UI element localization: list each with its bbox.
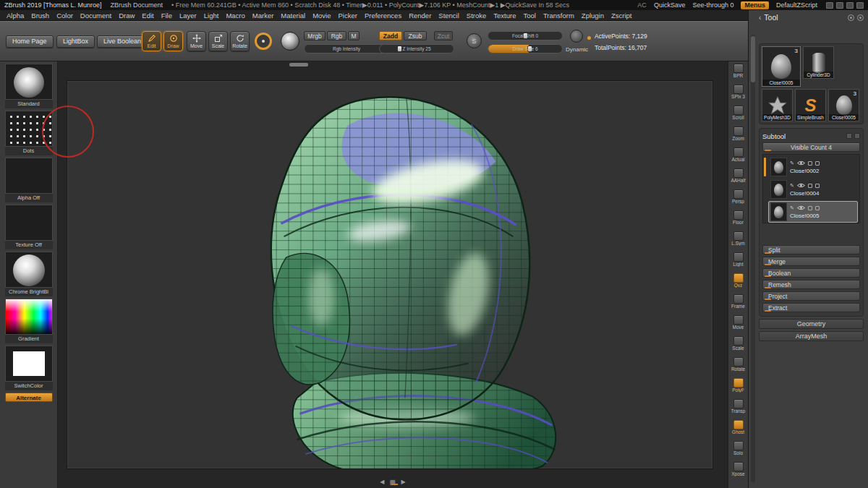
paintbrush-icon[interactable]: ✎ <box>790 183 794 189</box>
slider-knob[interactable] <box>397 46 402 52</box>
tray-thumbnail[interactable] <box>5 299 53 335</box>
menu-item[interactable]: Zscript <box>608 12 636 20</box>
subtool-list-item[interactable]: ✎ Close!0004 <box>768 179 858 200</box>
shelf-toggle-button[interactable]: Frame <box>728 294 749 315</box>
monitor-icon[interactable] <box>846 2 854 9</box>
menu-item[interactable]: Zplugin <box>578 12 608 20</box>
palette-section-header[interactable]: ArrayMesh <box>759 331 864 341</box>
z-intensity-slider[interactable]: Z Intensity 25 <box>379 44 454 53</box>
subtool-list-item[interactable]: ✎ Close!0002 <box>768 156 858 178</box>
uv-icon[interactable] <box>815 184 820 188</box>
tray-thumbnail[interactable] <box>5 158 53 194</box>
tray-thumbnail[interactable] <box>5 205 53 241</box>
rotate-button[interactable]: Rotate <box>230 31 250 51</box>
panel-scrollbar[interactable] <box>751 35 755 482</box>
rgb-intensity-slider[interactable]: Rgb Intensity <box>304 44 389 53</box>
shelf-toggle-button[interactable]: Scale <box>728 336 749 357</box>
shelf-toggle-button[interactable]: Floor <box>728 210 749 231</box>
shelf-toggle-button[interactable]: Scroll <box>728 106 749 127</box>
m-button[interactable]: M <box>348 31 359 40</box>
polypaint-icon[interactable] <box>808 206 812 210</box>
tray-item[interactable]: Texture Off <box>5 205 53 249</box>
subsection-bar[interactable]: Boolean <box>762 268 860 278</box>
viewport-canvas[interactable]: ◀ ▶ <box>58 61 728 488</box>
shelf-toggle-button[interactable]: Xpose <box>728 462 749 483</box>
menu-item[interactable]: Stencil <box>435 12 463 20</box>
menu-item[interactable]: File <box>158 12 176 20</box>
subtool-expand-icon[interactable] <box>854 133 860 139</box>
menu-item[interactable]: Picker <box>335 12 361 20</box>
menu-item[interactable]: Brush <box>27 12 53 20</box>
titlebar-button[interactable]: See-through 0 <box>692 1 733 9</box>
canvas-nav-arrows[interactable]: ◀ ▶ <box>380 477 405 486</box>
uv-icon[interactable] <box>815 161 820 166</box>
shelf-toggle-button[interactable]: AAHalf <box>728 168 749 189</box>
shelf-toggle-button[interactable]: Actual <box>728 147 749 168</box>
eye-visibility-icon[interactable] <box>797 205 805 210</box>
tool-thumbnail[interactable]: S Cylinder3D <box>803 46 834 79</box>
subsection-bar[interactable]: Project <box>762 291 860 301</box>
shelf-toggle-button[interactable]: PolyF <box>728 378 749 399</box>
subtool-header[interactable]: Subtool <box>762 132 860 140</box>
tray-thumbnail[interactable] <box>5 64 53 100</box>
eye-visibility-icon[interactable] <box>797 160 805 166</box>
titlebar-button[interactable]: QuickSave <box>654 1 686 9</box>
menu-item[interactable]: Material <box>277 12 309 20</box>
palette-history-icon[interactable] <box>848 14 854 21</box>
material-sphere-icon[interactable] <box>281 32 299 51</box>
scroll-left-icon[interactable]: ◀ <box>380 479 384 485</box>
edit-button[interactable]: Edit <box>142 31 161 51</box>
titlebar-button[interactable]: AC <box>637 1 647 9</box>
menu-item[interactable]: Stroke <box>463 12 490 20</box>
uv-icon[interactable] <box>815 206 820 210</box>
tray-item[interactable]: Alpha Off <box>5 158 53 202</box>
menu-item[interactable]: Tool <box>519 12 539 20</box>
menu-item[interactable]: Color <box>53 12 77 20</box>
tray-item[interactable]: Standard <box>5 64 53 108</box>
menu-item[interactable]: Layer <box>176 12 200 20</box>
expand-icon[interactable] <box>856 2 864 9</box>
tray-thumbnail[interactable] <box>5 252 53 288</box>
palette-menu-icon[interactable] <box>857 14 864 21</box>
focal-shift-slider[interactable]: Focal Shift 0 <box>488 31 563 40</box>
menu-item[interactable]: Macro <box>222 12 248 20</box>
canvas-scrollbar-horizontal[interactable] <box>289 63 308 67</box>
tray-item[interactable]: Gradient <box>5 299 53 343</box>
menu-item[interactable]: Render <box>405 12 435 20</box>
lightbox-button[interactable]: LightBox <box>56 35 95 48</box>
panel-scrollbar-thumb[interactable] <box>751 36 755 82</box>
tool-thumbnail[interactable]: S SimpleBrush <box>795 89 826 121</box>
shelf-toggle-button[interactable]: Transp <box>728 399 749 420</box>
zsub-button[interactable]: Zsub <box>404 31 427 40</box>
tool-thumbnail[interactable]: S PolyMesh3D <box>762 89 793 121</box>
menu-item[interactable]: Marker <box>249 12 278 20</box>
shelf-toggle-button[interactable]: Move <box>728 315 749 336</box>
menu-item[interactable]: Light <box>200 12 223 20</box>
subsection-bar[interactable]: Split <box>762 245 860 254</box>
home-page-button[interactable]: Home Page <box>6 35 54 48</box>
visible-count-button[interactable]: Visible Count 4 <box>762 142 860 152</box>
paintbrush-icon[interactable]: ✎ <box>790 205 794 211</box>
draw-button[interactable]: Draw <box>163 31 183 51</box>
subtool-list-item[interactable]: ✎ Close!0005 <box>768 201 858 223</box>
draw-size-slider[interactable]: Draw Size 6 <box>488 44 563 53</box>
dynamic-dial-icon[interactable] <box>570 30 583 43</box>
helmet-3d-model[interactable] <box>67 81 712 468</box>
tray-item[interactable]: Alternate <box>5 393 53 402</box>
active-brush-ring-icon[interactable] <box>255 33 272 50</box>
subsection-bar[interactable]: Merge <box>762 257 860 266</box>
paintbrush-icon[interactable]: ✎ <box>790 160 794 166</box>
document-area[interactable] <box>67 80 713 469</box>
tray-thumbnail[interactable] <box>5 346 53 382</box>
tray-item[interactable]: Dots <box>5 111 53 155</box>
mrgb-button[interactable]: Mrgb <box>304 31 326 40</box>
tray-item[interactable]: Chrome BrightBl <box>5 252 53 296</box>
menu-item[interactable]: Transform <box>540 12 578 20</box>
focal-dial-icon[interactable]: S <box>467 33 482 48</box>
zcut-button[interactable]: Zcut <box>434 31 453 40</box>
polypaint-icon[interactable] <box>808 184 812 188</box>
shelf-toggle-button[interactable]: Persp <box>728 189 749 210</box>
move-button[interactable]: Move <box>187 31 206 51</box>
palette-section-header[interactable]: Geometry <box>759 319 864 329</box>
dynamic-mode-label[interactable]: Dynamic <box>566 46 588 53</box>
